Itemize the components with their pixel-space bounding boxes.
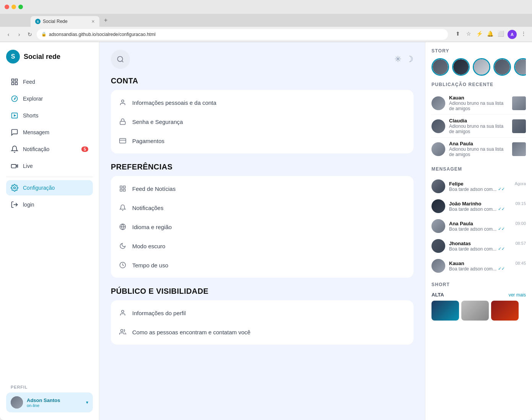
settings-item-feed-noticias[interactable]: Feed de Notícias [111,179,414,198]
nav-section: Feed Explorar [6,74,93,380]
notificacoes-text: Notificações [132,205,164,211]
sidebar-toggle-icon[interactable]: ⬜ [497,30,504,37]
story-avatar-3[interactable] [473,58,490,76]
msg-item-ana[interactable]: Ana Paula 09:00 Boa tarde adson com... ✓… [431,216,526,236]
mensagem-title: MENSAGEM [431,166,526,172]
search-button[interactable] [111,50,130,69]
settings-item-tempo-uso[interactable]: Tempo de uso [111,256,414,275]
publico-title: PÚBLICO E VISIBILIDADE [111,287,414,296]
sidebar-item-notificacao-label: Notificação [23,146,49,152]
short-thumb-1[interactable] [431,301,459,321]
msg-time-kauan: 08:45 [515,261,526,265]
new-tab-button[interactable]: + [101,17,110,24]
msg-avatar-ana [431,219,445,233]
sidebar-item-login[interactable]: login [6,197,93,212]
forward-button[interactable]: › [15,31,23,38]
story-item-4[interactable] [493,58,511,76]
story-title: STORY [431,48,526,54]
settings-item-modo-escuro[interactable]: Modo escuro [111,236,414,256]
short-sublabel: ALTA [431,292,444,298]
users-icon [118,329,127,335]
profile-avatar [11,396,23,409]
pub-item-1[interactable]: Kauan Adionou bruno na sua lista de amig… [431,92,526,115]
story-avatar-2[interactable] [452,58,470,76]
sidebar-item-notificacao[interactable]: Notificação 5 [6,142,93,157]
sidebar-item-mensagem-label: Mensagem [23,129,49,135]
profile-card[interactable]: Adson Santos on-line ▾ [6,392,93,412]
settings-item-notificacoes[interactable]: Notificações [111,198,414,217]
msg-item-kauan[interactable]: Kauan 08:45 Boa tarde adson com... ✓✓ [431,256,526,276]
ver-mais-button[interactable]: ver mais [509,292,526,298]
svg-point-24 [122,310,124,313]
menu-icon[interactable]: ⋮ [520,30,527,37]
pub-item-3[interactable]: Ana Paula Adionou bruno na sua lista de … [431,138,526,160]
story-item-2[interactable] [452,58,470,76]
sidebar-item-explorar[interactable]: Explorar [6,91,93,106]
pub-avatar-2 [431,119,445,133]
sun-icon[interactable]: ✳ [394,54,401,64]
story-avatar-1[interactable] [431,58,449,76]
clock-icon [118,262,127,269]
msg-avatar-joao [431,199,445,213]
sidebar-item-mensagem[interactable]: Mensagem [6,125,93,140]
address-bar[interactable]: 🔒 adsonsandias.github.io/socialrede/conf… [37,29,448,40]
msg-preview-jhonatas: Boa tarde adson com... ✓✓ [449,246,526,252]
perfil-section: PERFIL Adson Santos on-line ▾ [6,380,93,412]
settings-item-idioma[interactable]: Idioma e região [111,217,414,236]
sidebar-item-configuracao[interactable]: Configuração [6,180,93,195]
pub-name-1: Kauan [449,95,508,101]
user2-icon [118,309,127,316]
msg-checks-joao: ✓✓ [498,207,505,212]
svg-rect-0 [12,79,14,81]
msg-item-joao[interactable]: João Marinho 09:15 Boa tarde adson com..… [431,196,526,216]
alert-icon[interactable]: 🔔 [486,30,494,37]
story-avatar-5[interactable] [514,58,526,76]
msg-time-jhonatas: 08:57 [515,241,526,246]
feed-icon [11,78,18,86]
close-dot[interactable] [5,5,9,9]
short-thumb-3[interactable] [491,301,519,321]
extension-icon[interactable]: ⚡ [475,30,483,37]
publico-section: PÚBLICO E VISIBILIDADE Informações do pe… [111,287,414,345]
back-button[interactable]: ‹ [5,31,12,38]
maximize-dot[interactable] [18,5,23,9]
refresh-button[interactable]: ↻ [26,31,34,38]
story-item-5[interactable] [514,58,526,76]
browser-profile-button[interactable]: A [508,30,517,39]
story-avatar-4[interactable] [493,58,511,76]
short-header: ALTA ver mais [431,292,526,298]
pub-item-2[interactable]: Claudia Adionou bruno na sua lista de am… [431,115,526,138]
pub-desc-1: Adionou bruno na sua lista de amigos [449,101,508,111]
browser-tab-active[interactable]: S Social Rede ✕ [31,16,99,27]
bookmark-icon[interactable]: ☆ [465,30,472,37]
story-item-1[interactable] [431,58,449,76]
share-icon[interactable]: ⬆ [454,30,462,37]
msg-header-kauan: Kauan 08:45 [449,260,526,266]
story-item-3[interactable] [473,58,490,76]
app-container: S Social rede Feed [0,42,532,420]
sidebar-item-explorar-label: Explorar [23,96,43,102]
moon-icon[interactable]: ☽ [406,54,414,64]
svg-rect-19 [120,189,122,191]
settings-item-info-pessoal[interactable]: Informações pessoais e da conta [111,93,414,112]
minimize-dot[interactable] [11,5,16,9]
settings-item-info-perfil[interactable]: Informações do perfil [111,303,414,322]
msg-name-kauan: Kauan [449,260,464,266]
profile-chevron-icon: ▾ [86,400,88,405]
settings-item-pagamentos[interactable]: Pagamentos [111,131,414,150]
sidebar-item-feed-label: Feed [23,79,35,85]
notificacao-icon [11,145,18,153]
sidebar-item-live[interactable]: Live [6,158,93,174]
pub-name-2: Claudia [449,118,508,124]
tab-favicon: S [35,19,41,24]
settings-item-senha[interactable]: Senha e Segurança [111,112,414,131]
sidebar-item-feed[interactable]: Feed [6,74,93,90]
settings-item-encontrar[interactable]: Como as pessoas encontram e contatam voc… [111,322,414,342]
msg-item-felipe[interactable]: Felipe Agora Boa tarde adson com... ✓✓ [431,176,526,196]
msg-item-jhonatas[interactable]: Jhonatas 08:57 Boa tarde adson com... ✓✓ [431,236,526,256]
short-thumb-2[interactable] [461,301,489,321]
preferencias-card: Feed de Notícias Notificações [111,176,414,278]
sidebar-item-shorts[interactable]: Shorts [6,108,93,123]
tab-close-button[interactable]: ✕ [91,19,95,24]
perfil-label: PERFIL [6,385,93,389]
